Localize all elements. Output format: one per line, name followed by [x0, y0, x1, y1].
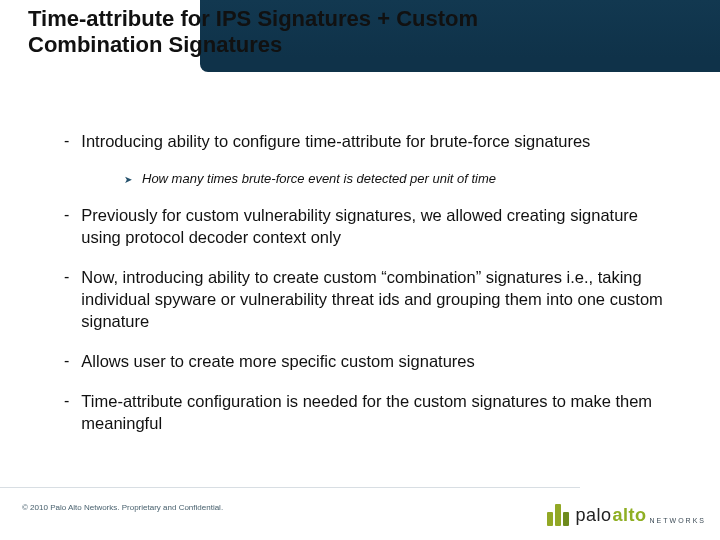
arrow-icon: ➤ [124, 170, 132, 190]
logo-icon [547, 504, 569, 526]
dash-icon: - [64, 266, 69, 332]
divider [0, 487, 580, 488]
sub-bullet-text: How many times brute-force event is dete… [142, 170, 496, 190]
slide-title: Time-attribute for IPS Signatures + Cust… [28, 6, 548, 58]
bullet-text: Allows user to create more specific cust… [81, 350, 474, 372]
logo: paloalto NETWORKS [547, 504, 707, 526]
dash-icon: - [64, 390, 69, 434]
bullet-text: Previously for custom vulnerability sign… [81, 204, 664, 248]
bullet-item: - Previously for custom vulnerability si… [64, 204, 664, 248]
bullet-text: Introducing ability to configure time-at… [81, 130, 590, 152]
dash-icon: - [64, 204, 69, 248]
bullet-item: - Allows user to create more specific cu… [64, 350, 664, 372]
sub-bullet-item: ➤ How many times brute-force event is de… [124, 170, 664, 190]
dash-icon: - [64, 130, 69, 152]
logo-sub: NETWORKS [650, 517, 706, 524]
footer-text: © 2010 Palo Alto Networks. Proprietary a… [22, 503, 223, 512]
dash-icon: - [64, 350, 69, 372]
logo-word1: palo [576, 505, 612, 526]
bullet-text: Now, introducing ability to create custo… [81, 266, 664, 332]
logo-word2: alto [613, 505, 647, 526]
bullet-text: Time-attribute configuration is needed f… [81, 390, 664, 434]
bullet-item: - Introducing ability to configure time-… [64, 130, 664, 152]
slide-body: - Introducing ability to configure time-… [64, 130, 664, 452]
bullet-item: - Time-attribute configuration is needed… [64, 390, 664, 434]
bullet-item: - Now, introducing ability to create cus… [64, 266, 664, 332]
